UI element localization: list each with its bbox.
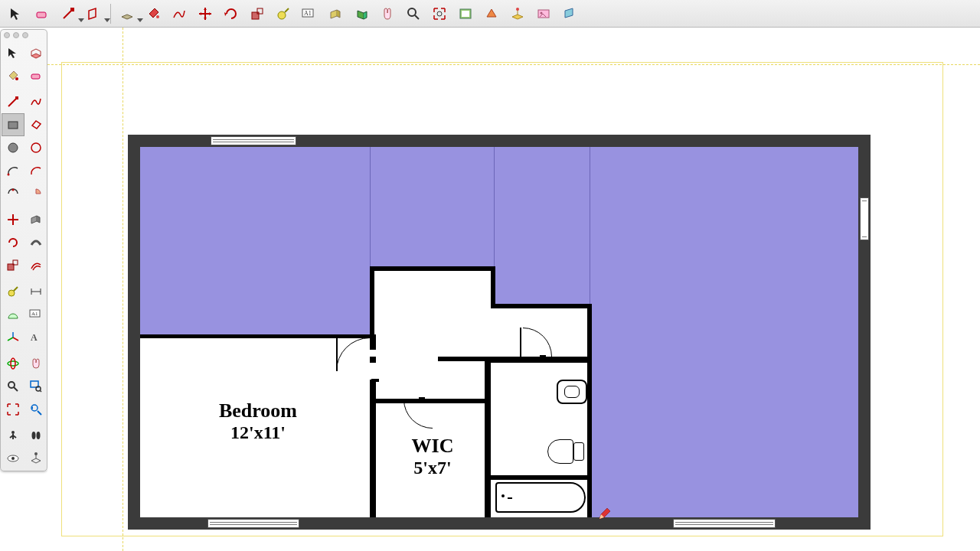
wall-jamb [371,379,379,382]
svg-point-53 [32,432,36,439]
window [211,136,296,145]
window-min-icon[interactable] [13,32,19,38]
previous-view-tool[interactable] [24,398,47,421]
pie-tool[interactable] [24,182,47,205]
fill-region-2 [370,147,494,268]
svg-rect-14 [462,11,469,17]
svg-line-38 [13,337,18,341]
interior-wall [370,266,374,339]
image-tool-icon[interactable] [532,2,555,25]
orbit-tool[interactable] [2,352,24,375]
interior-wall [370,266,495,271]
svg-rect-4 [252,12,259,19]
section-tool-icon[interactable] [558,2,581,25]
interior-wall [376,399,489,403]
zoom-tool-pal[interactable] [2,375,24,398]
svg-rect-22 [8,122,18,129]
scale-tool-pal[interactable] [2,254,24,277]
followme-tool-icon[interactable] [350,2,373,25]
pencil-tool[interactable] [2,90,24,113]
walk-tool-pal[interactable] [24,424,47,447]
rotated-rect-tool[interactable] [24,113,47,136]
select-tool[interactable] [2,41,24,64]
line-tool-icon[interactable] [57,2,80,25]
followme-tool-pal[interactable] [24,231,47,254]
svg-point-24 [31,143,41,152]
walk-tool-icon[interactable] [480,2,503,25]
arc-tool[interactable] [2,159,24,182]
eraser-tool-icon[interactable] [31,2,54,25]
select-tool-icon[interactable] [5,2,28,25]
pushpull-tool-icon[interactable] [324,2,347,25]
text-tool-icon[interactable]: A1 [298,2,321,25]
pushpull-tool-pal[interactable] [24,208,47,231]
move-tool-icon[interactable] [194,2,217,25]
fill-region-1 [140,147,370,336]
window-close-icon[interactable] [4,32,10,38]
wall-jamb [540,355,546,361]
shape-tool-icon[interactable] [83,2,106,25]
pencil-cursor-icon [598,508,610,520]
paint-bucket-icon[interactable] [142,2,165,25]
offset-tool[interactable] [24,254,47,277]
text-tool-pal[interactable]: A1 [24,303,47,326]
svg-line-7 [285,8,289,12]
pan-tool-pal[interactable] [24,352,47,375]
rotate-tool-icon[interactable] [220,2,243,25]
svg-point-54 [37,432,41,439]
interior-wall [491,266,495,308]
window [207,519,299,528]
room-dim: 12'x11' [174,422,342,443]
svg-text:A1: A1 [31,311,38,317]
scale-tool-icon[interactable] [246,2,269,25]
door-leaf [336,337,338,371]
svg-point-15 [516,8,519,11]
svg-point-43 [8,382,15,388]
window-zoom-icon[interactable] [22,32,28,38]
freehand-tool-icon[interactable] [168,2,191,25]
hand-pan-icon[interactable] [376,2,399,25]
circle-tool[interactable] [2,136,24,159]
edge-line [494,147,495,268]
tape-measure-tool-pal[interactable] [2,280,24,303]
3dtext-tool[interactable]: A [24,326,47,349]
polygon-tool[interactable] [24,136,47,159]
drawing-canvas[interactable]: Bedroom 12'x11' WIC 5'x7' [47,28,980,551]
eraser-tool-pal[interactable] [24,64,47,87]
rectangle-tool-icon[interactable] [116,2,139,25]
door-leaf [520,328,521,357]
left-tool-palette: A1 A [0,29,47,471]
axes-tool[interactable] [2,326,24,349]
position-camera-tool[interactable] [2,424,24,447]
svg-point-25 [8,174,10,176]
prev-view-icon[interactable] [454,2,477,25]
interior-wall [370,334,376,350]
svg-point-41 [8,361,18,366]
rectangle-tool-pal[interactable] [2,113,24,136]
protractor-tool[interactable] [2,303,24,326]
freehand-tool-pal[interactable] [24,90,47,113]
make-component-tool[interactable] [24,41,47,64]
toilet-fixture [547,439,584,464]
2pt-arc-tool[interactable] [24,159,47,182]
zoom-extents-icon[interactable] [428,2,451,25]
svg-rect-19 [31,74,40,79]
rotate-tool-pal[interactable] [2,231,24,254]
wall-left [128,135,140,530]
fill-region-4 [590,147,858,517]
dimension-tool[interactable] [24,280,47,303]
look-around-tool[interactable] [2,447,24,470]
interior-wall [140,334,374,338]
tape-measure-icon[interactable] [272,2,295,25]
zoom-extents-tool-pal[interactable] [2,398,24,421]
section-plane-tool[interactable] [24,447,47,470]
top-toolbar: A1 [0,0,980,28]
svg-rect-2 [70,8,74,11]
sandbox-tool-icon[interactable] [506,2,529,25]
interior-wall [587,304,592,517]
zoom-tool-icon[interactable] [402,2,425,25]
3pt-arc-tool[interactable] [2,182,24,205]
zoom-window-tool[interactable] [24,375,47,398]
paint-bucket-tool[interactable] [2,64,24,87]
move-tool-pal[interactable] [2,208,24,231]
